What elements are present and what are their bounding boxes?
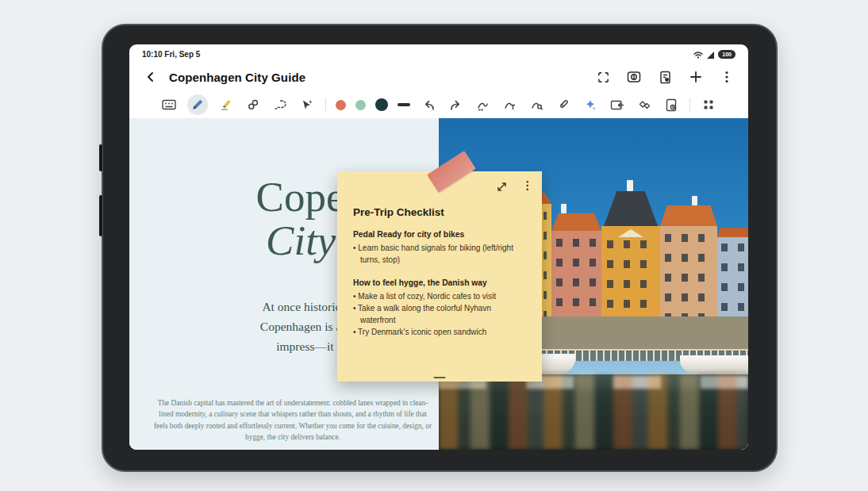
smart-pen-icon[interactable] [555, 96, 572, 113]
note-checklist-item: • Learn basic hand signals for biking (l… [353, 242, 526, 266]
ai-select-icon[interactable] [298, 96, 316, 113]
water-building-reflection [439, 374, 748, 450]
insert-textbox-icon[interactable] [609, 96, 626, 113]
note-title: Pre-Trip Checklist [353, 206, 526, 218]
color-swatch-navy-selected[interactable] [375, 98, 388, 111]
volume-button [99, 195, 102, 236]
note-checklist-item: • Try Denmark's iconic open sandwich [353, 326, 526, 338]
pen-toolbar [129, 91, 748, 118]
toolbar-divider [325, 98, 326, 112]
cellular-signal-icon [706, 51, 715, 59]
document-footer-paragraph: The Danish capital has mastered the art … [153, 397, 432, 443]
add-page-icon[interactable] [689, 70, 703, 84]
power-button [99, 144, 102, 171]
keyboard-icon[interactable] [160, 96, 178, 113]
redo-icon[interactable] [447, 96, 464, 113]
tablet-screen: 10:10 Fri, Sep 5 100 Copenhagen City Gui… [129, 44, 748, 450]
sticky-note[interactable]: Pre-Trip Checklist Pedal Ready for city … [337, 171, 542, 382]
canal-water [439, 374, 748, 450]
page-layout-icon[interactable] [627, 70, 641, 84]
status-bar: 10:10 Fri, Sep 5 100 [129, 44, 748, 63]
page-title: Copenhagen City Guide [169, 71, 305, 84]
toolbar-divider [689, 98, 690, 112]
building-amber-mansard [601, 191, 660, 320]
note-canvas: Copenh City G At once historic and for C… [129, 118, 748, 450]
handwriting-search-icon[interactable] [528, 96, 545, 113]
expand-note-icon[interactable] [497, 182, 507, 192]
document-scan-icon[interactable] [658, 70, 672, 84]
note-checklist-item: • Take a walk along the colorful Nyhavn … [353, 302, 526, 326]
wifi-icon [693, 51, 703, 59]
more-menu-icon[interactable] [720, 70, 734, 84]
back-icon[interactable] [144, 70, 158, 84]
tablet-device: 10:10 Fri, Sep 5 100 Copenhagen City Gui… [102, 24, 778, 472]
title-bar: Copenhagen City Guide [129, 63, 748, 91]
handwriting-straighten-icon[interactable] [474, 96, 491, 113]
highlighter-icon[interactable] [217, 96, 235, 113]
note-section-heading: Pedal Ready for city of bikes [353, 230, 526, 239]
building-bluegray [717, 228, 748, 320]
battery-icon: 100 [718, 50, 735, 59]
note-checklist-item: • Make a list of cozy, Nordic cafes to v… [353, 290, 526, 302]
boat [680, 355, 748, 374]
ai-assist-icon[interactable] [582, 96, 599, 113]
note-menu-icon[interactable] [526, 180, 529, 191]
undo-icon[interactable] [420, 96, 437, 113]
more-tools-grid-icon[interactable] [700, 96, 717, 113]
note-section-heading: How to feel hygge, the Danish way [353, 278, 526, 287]
building-salmon [551, 213, 601, 320]
note-resize-handle[interactable] [434, 377, 446, 378]
building-tan [660, 205, 717, 320]
stroke-thickness-icon[interactable] [398, 103, 410, 106]
status-datetime: 10:10 Fri, Sep 5 [142, 50, 200, 59]
handwriting-to-text-icon[interactable] [501, 96, 518, 113]
eraser-icon[interactable] [244, 96, 262, 113]
color-swatch-mint[interactable] [355, 100, 366, 110]
lasso-select-icon[interactable] [271, 96, 289, 113]
fullscreen-icon[interactable] [596, 70, 610, 84]
page-template-icon[interactable] [663, 96, 680, 113]
pen-tool-icon[interactable] [187, 94, 208, 115]
shapes-icon[interactable] [636, 96, 653, 113]
color-swatch-coral[interactable] [336, 100, 346, 110]
